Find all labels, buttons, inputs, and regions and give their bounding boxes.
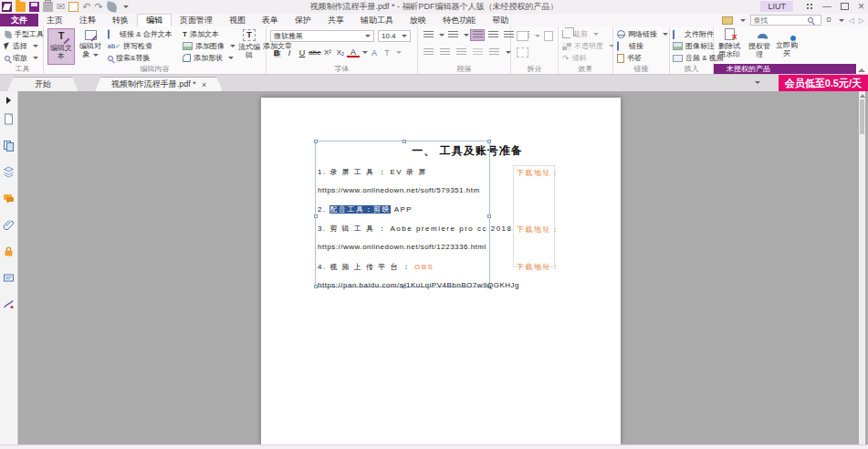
close-icon[interactable]: × bbox=[858, 1, 864, 12]
tab-start[interactable]: 开始 bbox=[7, 77, 78, 91]
image-annotation-button[interactable]: 图像标注 bbox=[673, 40, 715, 52]
paragraph-spacing-button[interactable] bbox=[486, 47, 501, 58]
search-replace-button[interactable]: 搜索&替换 bbox=[108, 52, 150, 64]
list-item-4[interactable]: 4. 视 频 上 传 平 台 ： OBS bbox=[318, 262, 434, 272]
char-spacing-button[interactable]: A bbox=[368, 47, 381, 58]
user-account-badge[interactable]: LIUT bbox=[760, 1, 793, 12]
signature-panel-icon[interactable] bbox=[3, 298, 15, 310]
align-center-button[interactable] bbox=[486, 29, 500, 41]
link-button[interactable]: 链接 bbox=[617, 40, 643, 52]
url-1[interactable]: https://www.onlinedown.net/soft/579351.h… bbox=[318, 186, 480, 194]
fields-panel-icon[interactable] bbox=[3, 272, 15, 284]
char-scale-button[interactable] bbox=[470, 47, 485, 58]
open-file-icon[interactable] bbox=[16, 2, 26, 12]
underline-button[interactable]: U bbox=[296, 47, 309, 58]
bookmarks-panel-icon[interactable] bbox=[3, 113, 15, 125]
tab-organize[interactable]: 页面管理 bbox=[172, 14, 221, 26]
italic-button[interactable]: I bbox=[283, 47, 296, 58]
unsplit-box-icon[interactable] bbox=[517, 47, 528, 57]
scroll-up-icon[interactable] bbox=[860, 94, 865, 98]
gear-icon[interactable]: ¤ bbox=[826, 16, 831, 25]
merge-box-icon[interactable] bbox=[544, 31, 553, 41]
split-caret[interactable] bbox=[535, 35, 540, 37]
customize-toolbar-caret[interactable] bbox=[123, 5, 129, 8]
zoom-tool-button[interactable]: 缩放 bbox=[5, 52, 38, 64]
bookmark-button[interactable]: 书签 bbox=[617, 52, 642, 64]
line-spacing-button[interactable] bbox=[454, 47, 468, 58]
shear-button[interactable]: ↷倾斜 bbox=[562, 52, 587, 64]
web-link-button[interactable]: 网络链接 bbox=[617, 28, 668, 40]
url-3[interactable]: https://pan.baidu.com/s/1KuLqiPV4BbnBO7w… bbox=[318, 281, 519, 289]
bold-button[interactable]: B bbox=[270, 47, 283, 58]
hand-tool-icon[interactable] bbox=[106, 1, 117, 12]
find-previous-icon[interactable]: ◁ bbox=[849, 16, 854, 25]
indent-increase-button[interactable] bbox=[437, 47, 452, 58]
restore-icon[interactable] bbox=[841, 3, 849, 10]
crop-button[interactable]: 裁剪 bbox=[562, 28, 599, 40]
save-icon[interactable] bbox=[29, 2, 39, 12]
undo-icon[interactable]: ↶ bbox=[82, 2, 90, 12]
tab-present[interactable]: 放映 bbox=[402, 14, 434, 26]
tab-comment[interactable]: 注释 bbox=[71, 14, 104, 26]
text-style-button[interactable]: T bbox=[381, 47, 393, 58]
find-box[interactable] bbox=[750, 15, 821, 26]
flow-edit-button[interactable]: T 流式编辑 bbox=[237, 28, 261, 65]
tab-convert[interactable]: 转换 bbox=[104, 14, 137, 26]
layers-panel-icon[interactable] bbox=[3, 166, 15, 178]
list-item-3[interactable]: 3. 剪 辑 工 具 ： Aobe premiere pro cc 2018 bbox=[318, 224, 513, 234]
text-style-caret[interactable] bbox=[396, 51, 402, 54]
add-shape-button[interactable]: 添加形状 bbox=[183, 52, 234, 64]
bullet-list-caret[interactable] bbox=[439, 34, 444, 37]
search-history-icon[interactable] bbox=[722, 16, 733, 25]
file-attachment-button[interactable]: 文件附件 bbox=[673, 28, 714, 40]
url-2[interactable]: https://www.onlinedown.net/soft/1223336.… bbox=[318, 243, 486, 251]
tab-view[interactable]: 视图 bbox=[221, 14, 254, 26]
tab-share[interactable]: 共享 bbox=[319, 14, 352, 26]
opacity-button[interactable]: 不透明度 bbox=[562, 40, 614, 52]
superscript-button[interactable]: X² bbox=[321, 47, 334, 58]
tab-form[interactable]: 表单 bbox=[254, 14, 287, 26]
numbered-list-caret[interactable] bbox=[464, 34, 469, 37]
membership-promo-banner[interactable]: 会员低至0.5元/天 bbox=[779, 75, 868, 91]
tab-document[interactable]: 视频制作流程手册.pdf * × bbox=[95, 77, 223, 91]
font-size-select[interactable]: 10.4 bbox=[378, 30, 411, 42]
split-box-icon[interactable] bbox=[517, 31, 528, 41]
align-left-button[interactable] bbox=[470, 29, 485, 41]
search-history-caret[interactable] bbox=[740, 19, 746, 22]
layout-switch-icon[interactable] bbox=[806, 3, 813, 10]
license-management-button[interactable]: ¤ 授权管理 bbox=[747, 27, 772, 62]
close-tab-icon[interactable]: × bbox=[202, 80, 206, 89]
security-panel-icon[interactable] bbox=[3, 245, 15, 257]
strikethrough-button[interactable]: abe bbox=[309, 47, 321, 58]
scrollbar-thumb[interactable] bbox=[860, 99, 864, 134]
link-merge-text-button[interactable]: 链接 & 合并文本 bbox=[108, 28, 173, 40]
attachments-panel-icon[interactable] bbox=[3, 219, 15, 231]
list-item-1[interactable]: 1. 录 屏 工 具 ： EV 录 屏 bbox=[318, 167, 427, 177]
tab-edit[interactable]: 编辑 bbox=[137, 14, 172, 26]
tab-home[interactable]: 主页 bbox=[38, 14, 71, 26]
search-input[interactable] bbox=[753, 16, 808, 25]
collapse-ribbon-icon[interactable] bbox=[858, 68, 865, 72]
gear-caret[interactable] bbox=[839, 19, 844, 22]
numbered-list-button[interactable] bbox=[445, 29, 460, 41]
list-item-2[interactable]: 2. 配音工具：剪映 APP bbox=[318, 204, 413, 214]
expand-panel-icon[interactable] bbox=[6, 97, 11, 104]
add-image-button[interactable]: 添加图像 bbox=[183, 40, 235, 52]
download-address-textbox[interactable]: 下载地址： 下载地址： 下载地址： bbox=[513, 165, 555, 267]
font-family-select[interactable]: 微软雅黑 bbox=[270, 30, 374, 42]
spell-check-button[interactable]: ab✓拼写检查 bbox=[108, 40, 152, 52]
minimize-icon[interactable]: — bbox=[822, 1, 831, 12]
pages-panel-icon[interactable] bbox=[3, 140, 15, 151]
remove-trial-watermark-button[interactable]: × 删除试用水印 bbox=[716, 27, 743, 62]
pdf-page[interactable]: 一、 工具及账号准备 1. 录 屏 工 具 ： EV 录 屏 https://w… bbox=[261, 98, 621, 444]
bullet-list-button[interactable] bbox=[421, 29, 435, 41]
tab-protect[interactable]: 保护 bbox=[287, 14, 319, 26]
indent-decrease-button[interactable] bbox=[421, 47, 435, 58]
print-icon[interactable] bbox=[43, 2, 53, 12]
find-next-icon[interactable]: ▷ bbox=[859, 16, 864, 25]
email-icon[interactable]: ✉ bbox=[57, 2, 65, 12]
edit-text-button[interactable]: T 编辑文本 bbox=[47, 28, 75, 65]
comments-panel-icon[interactable] bbox=[3, 193, 15, 204]
file-menu-button[interactable]: 文件 bbox=[0, 14, 38, 26]
tab-accessibility[interactable]: 辅助工具 bbox=[352, 14, 402, 26]
